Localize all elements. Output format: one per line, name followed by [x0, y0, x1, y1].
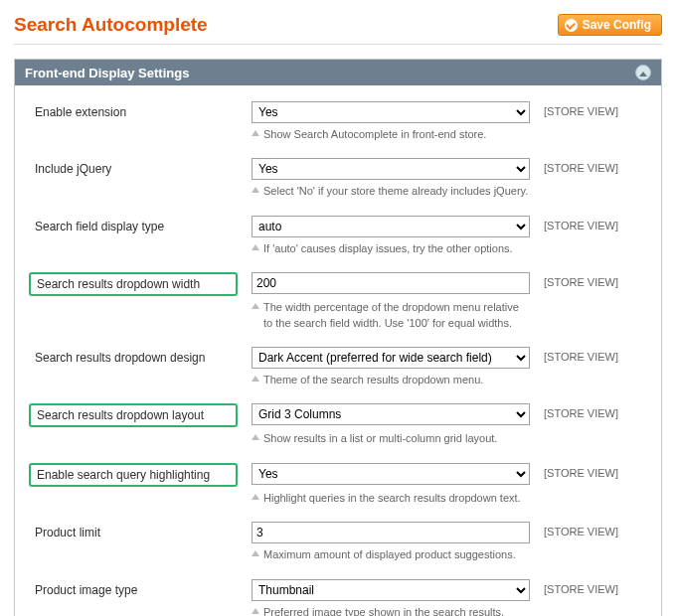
search-field-display-type-select[interactable]: auto: [252, 216, 530, 237]
field-help: Select 'No' if your store theme already …: [252, 182, 530, 211]
field-help: Show results in a list or multi-column g…: [252, 429, 530, 458]
field-control: [252, 522, 530, 543]
field-row-dropdown-design: Search results dropdown designDark Accen…: [29, 347, 647, 369]
field-help-row: Highlight queries in the search results …: [29, 489, 647, 518]
field-help: Show Search Autocomplete in front-end st…: [252, 125, 530, 154]
field-label: Product image type: [29, 579, 238, 601]
field-control: auto: [252, 216, 530, 237]
scope-label: [STORE VIEW]: [544, 403, 647, 419]
scope-label: [STORE VIEW]: [544, 579, 647, 595]
dropdown-width-input[interactable]: [252, 272, 530, 294]
field-help-row: Maximum amount of displayed product sugg…: [29, 545, 647, 574]
field-row-dropdown-layout: Search results dropdown layoutGrid 3 Col…: [29, 403, 647, 427]
save-config-label: Save Config: [583, 18, 651, 32]
include-jquery-select[interactable]: Yes: [252, 158, 530, 180]
help-arrow-icon: [252, 187, 259, 193]
field-help: The width percentage of the dropdown men…: [252, 298, 530, 343]
field-help-row: Theme of the search results dropdown men…: [29, 371, 647, 399]
field-help-row: The width percentage of the dropdown men…: [29, 298, 647, 343]
help-arrow-icon: [252, 303, 259, 309]
field-label: Include jQuery: [29, 158, 238, 180]
field-help: Theme of the search results dropdown men…: [252, 371, 530, 399]
field-control: [252, 272, 530, 294]
field-help-row: Select 'No' if your store theme already …: [29, 182, 647, 211]
help-arrow-icon: [252, 608, 259, 614]
section-body: Enable extensionYes[STORE VIEW]Show Sear…: [15, 85, 661, 616]
collapse-icon[interactable]: [635, 65, 651, 80]
field-label: Enable search query highlighting: [29, 463, 238, 487]
field-help-text: Show Search Autocomplete in front-end st…: [263, 127, 486, 142]
query-highlight-select[interactable]: Yes: [252, 463, 530, 485]
field-help: Highlight queries in the search results …: [252, 489, 530, 518]
field-help-row: Show results in a list or multi-column g…: [29, 429, 647, 458]
field-help-row: Show Search Autocomplete in front-end st…: [29, 125, 647, 154]
help-arrow-icon: [252, 494, 259, 500]
field-control: Yes: [252, 158, 530, 180]
field-row-search-field-display-type: Search field display typeauto[STORE VIEW…: [29, 216, 647, 237]
field-control: Thumbnail: [252, 579, 530, 601]
field-help-text: Theme of the search results dropdown men…: [263, 373, 483, 387]
field-row-enable-extension: Enable extensionYes[STORE VIEW]: [29, 101, 647, 123]
field-help-text: Preferred image type shown in the search…: [263, 605, 504, 616]
field-help-row: Preferred image type shown in the search…: [29, 603, 647, 616]
help-arrow-icon: [252, 550, 259, 556]
field-help-row: If 'auto' causes display issues, try the…: [29, 239, 647, 268]
field-row-query-highlight: Enable search query highlightingYes[STOR…: [29, 463, 647, 487]
field-label: Search results dropdown layout: [29, 403, 238, 427]
field-label: Search results dropdown width: [29, 272, 238, 296]
field-help: Preferred image type shown in the search…: [252, 603, 530, 616]
scope-label: [STORE VIEW]: [544, 158, 647, 174]
product-limit-input[interactable]: [252, 522, 530, 543]
page-title: Search Autocomplete: [14, 14, 208, 36]
field-row-product-image-type: Product image typeThumbnail[STORE VIEW]: [29, 579, 647, 601]
dropdown-design-select[interactable]: Dark Accent (preferred for wide search f…: [252, 347, 530, 369]
field-help-text: Maximum amount of displayed product sugg…: [263, 547, 516, 562]
field-label: Search results dropdown design: [29, 347, 238, 369]
field-label: Product limit: [29, 522, 238, 543]
field-row-product-limit: Product limit[STORE VIEW]: [29, 522, 647, 543]
help-arrow-icon: [252, 130, 259, 136]
scope-label: [STORE VIEW]: [544, 347, 647, 363]
scope-label: [STORE VIEW]: [544, 522, 647, 538]
field-label: Enable extension: [29, 101, 238, 123]
field-help-text: Show results in a list or multi-column g…: [263, 431, 497, 446]
product-image-type-select[interactable]: Thumbnail: [252, 579, 530, 601]
field-help-text: The width percentage of the dropdown men…: [263, 300, 530, 331]
dropdown-layout-select[interactable]: Grid 3 Columns: [252, 403, 530, 425]
save-config-button[interactable]: Save Config: [558, 14, 662, 36]
section-title: Front-end Display Settings: [25, 66, 189, 80]
field-control: Yes: [252, 101, 530, 123]
help-arrow-icon: [252, 244, 259, 250]
field-control: Yes: [252, 463, 530, 485]
field-control: Grid 3 Columns: [252, 403, 530, 425]
field-help-text: Select 'No' if your store theme already …: [263, 184, 528, 199]
help-arrow-icon: [252, 376, 259, 382]
field-help-text: If 'auto' causes display issues, try the…: [263, 241, 513, 256]
field-label: Search field display type: [29, 216, 238, 237]
scope-label: [STORE VIEW]: [544, 463, 647, 479]
field-row-dropdown-width: Search results dropdown width[STORE VIEW…: [29, 272, 647, 296]
field-control: Dark Accent (preferred for wide search f…: [252, 347, 530, 369]
scope-label: [STORE VIEW]: [544, 101, 647, 117]
check-icon: [565, 19, 578, 32]
field-row-include-jquery: Include jQueryYes[STORE VIEW]: [29, 158, 647, 180]
field-help-text: Highlight queries in the search results …: [263, 491, 521, 506]
section-header[interactable]: Front-end Display Settings: [15, 60, 661, 85]
field-help: Maximum amount of displayed product sugg…: [252, 545, 530, 574]
enable-extension-select[interactable]: Yes: [252, 101, 530, 123]
help-arrow-icon: [252, 434, 259, 440]
field-help: If 'auto' causes display issues, try the…: [252, 239, 530, 268]
scope-label: [STORE VIEW]: [544, 272, 647, 288]
frontend-display-fieldset: Front-end Display Settings Enable extens…: [14, 59, 662, 616]
scope-label: [STORE VIEW]: [544, 216, 647, 231]
divider: [14, 44, 662, 45]
